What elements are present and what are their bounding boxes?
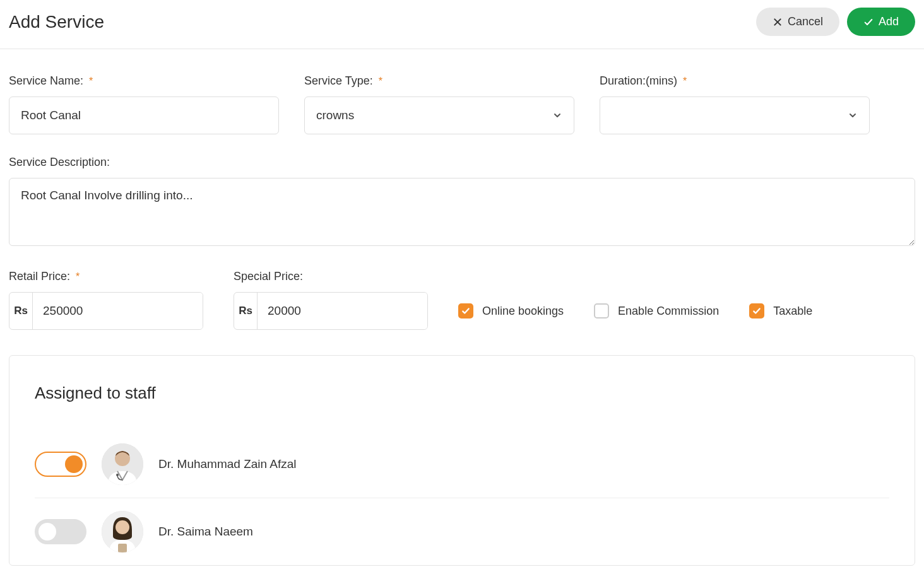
description-textarea[interactable] <box>9 178 915 246</box>
check-icon <box>461 307 470 315</box>
staff-heading: Assigned to staff <box>35 383 889 403</box>
check-icon <box>863 17 874 27</box>
cancel-button-label: Cancel <box>788 15 823 28</box>
required-marker: * <box>379 76 382 86</box>
enable-commission-label: Enable Commission <box>618 305 719 318</box>
svg-rect-7 <box>118 544 127 552</box>
retail-price-label: Retail Price: * <box>9 270 203 283</box>
required-marker: * <box>89 76 93 86</box>
field-service-name: Service Name: * <box>9 74 279 134</box>
close-icon <box>773 17 783 27</box>
staff-row: Dr. Muhammad Zain Afzal <box>35 431 889 498</box>
staff-row: Dr. Saima Naeem <box>35 498 889 565</box>
toggle-knob <box>38 523 56 541</box>
special-price-input-wrap: Rs <box>234 292 428 330</box>
service-type-value: crowns <box>316 108 354 122</box>
form-area: Service Name: * Service Type: * crowns D… <box>0 49 924 567</box>
cancel-button[interactable]: Cancel <box>756 8 839 36</box>
required-marker: * <box>76 271 80 282</box>
page-header: Add Service Cancel Add <box>0 0 924 49</box>
male-doctor-icon <box>102 443 143 485</box>
duration-label: Duration:(mins) * <box>600 74 870 88</box>
add-button-label: Add <box>879 15 899 28</box>
chevron-down-icon <box>848 110 858 120</box>
field-retail-price: Retail Price: * Rs <box>9 270 203 330</box>
svg-point-6 <box>116 520 129 534</box>
staff-name: Dr. Muhammad Zain Afzal <box>158 457 297 471</box>
check-enable-commission: Enable Commission <box>594 303 719 319</box>
staff-name: Dr. Saima Naeem <box>158 525 253 539</box>
chevron-down-icon <box>552 110 562 120</box>
online-bookings-label: Online bookings <box>482 305 564 318</box>
check-icon <box>752 307 761 315</box>
header-buttons: Cancel Add <box>756 8 915 36</box>
page-title: Add Service <box>9 12 104 32</box>
field-special-price: Special Price: Rs <box>234 270 428 330</box>
service-type-select[interactable]: crowns <box>304 96 574 134</box>
check-taxable: Taxable <box>749 303 812 319</box>
female-doctor-icon <box>102 511 143 552</box>
service-type-label: Service Type: * <box>304 74 574 88</box>
enable-commission-checkbox[interactable] <box>594 303 609 319</box>
form-row-top: Service Name: * Service Type: * crowns D… <box>9 74 915 134</box>
special-price-input[interactable] <box>258 293 427 329</box>
duration-select[interactable] <box>600 96 870 134</box>
field-description: Service Description: <box>9 156 915 248</box>
taxable-checkbox[interactable] <box>749 303 764 319</box>
field-duration: Duration:(mins) * <box>600 74 870 134</box>
add-button[interactable]: Add <box>847 8 915 36</box>
field-service-type: Service Type: * crowns <box>304 74 574 134</box>
retail-price-input-wrap: Rs <box>9 292 203 330</box>
avatar <box>102 443 143 485</box>
special-price-label: Special Price: <box>234 270 428 283</box>
currency-prefix: Rs <box>234 293 258 329</box>
online-bookings-checkbox[interactable] <box>458 303 473 319</box>
check-online-bookings: Online bookings <box>458 303 564 319</box>
required-marker: * <box>683 76 687 86</box>
retail-price-input[interactable] <box>33 293 203 329</box>
form-row-price: Retail Price: * Rs Special Price: Rs <box>9 270 915 330</box>
taxable-label: Taxable <box>773 305 812 318</box>
description-label: Service Description: <box>9 156 915 169</box>
staff-toggle[interactable] <box>35 519 86 544</box>
service-name-label: Service Name: * <box>9 74 279 88</box>
staff-panel: Assigned to staff Dr. Muhammad Zain Afza… <box>9 355 915 566</box>
toggle-knob <box>65 455 83 473</box>
service-name-input[interactable] <box>9 96 279 134</box>
staff-toggle[interactable] <box>35 452 86 477</box>
checkbox-row: Online bookings Enable Commission Taxabl… <box>458 292 915 330</box>
avatar <box>102 511 143 552</box>
currency-prefix: Rs <box>9 293 33 329</box>
